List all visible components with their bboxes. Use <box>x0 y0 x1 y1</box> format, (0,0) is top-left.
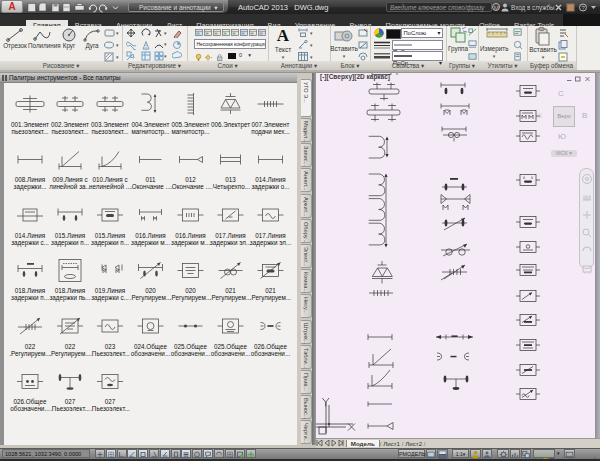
svg-text:.Пьезоэлект...: .Пьезоэлект... <box>90 405 130 412</box>
svg-text:004.Элемент: 004.Элемент <box>132 121 170 128</box>
svg-text:задержки пь...: задержки пь... <box>49 294 90 302</box>
svg-text:подачи мех...: подачи мех... <box>251 128 290 136</box>
svg-text:задержки м...: задержки м... <box>171 239 210 247</box>
svg-text:020: 020 <box>145 287 156 294</box>
svg-text:016.Линия: 016.Линия <box>175 232 205 239</box>
svg-text:.Окончание ...: .Окончание ... <box>130 183 171 190</box>
svg-text:пьезоэлект...: пьезоэлект... <box>52 128 89 135</box>
svg-text:линейной за...: линейной за... <box>49 183 91 190</box>
svg-text:задержки о...: задержки о... <box>251 183 289 191</box>
svg-text:задержки п...: задержки п... <box>11 294 49 302</box>
svg-text:008.Линия: 008.Линия <box>15 176 45 183</box>
svg-text:обозначени...: обозначени... <box>171 350 211 357</box>
svg-text:магнитостр...: магнитостр... <box>171 128 209 136</box>
svg-text:019.Линия: 019.Линия <box>95 287 125 294</box>
svg-text:022: 022 <box>25 343 36 350</box>
svg-text:.Регулируем...: .Регулируем... <box>250 294 292 302</box>
svg-text:021: 021 <box>265 287 276 294</box>
svg-text:009.Линия с: 009.Линия с <box>52 176 87 183</box>
svg-text:021: 021 <box>225 287 236 294</box>
svg-text:задержки эл...: задержки эл... <box>250 239 292 247</box>
svg-text:.Регулируем...: .Регулируем... <box>9 350 51 358</box>
svg-text:.Пьезоэлект...: .Пьезоэлект... <box>50 405 90 412</box>
svg-text:обозначени...: обозначени... <box>131 350 171 357</box>
svg-text:013: 013 <box>225 176 236 183</box>
svg-text:Вход в службы: Вход в службы <box>511 4 555 12</box>
svg-text:010.Линия с: 010.Линия с <box>92 176 127 183</box>
svg-text:006.Электрет: 006.Электрет <box>211 121 250 129</box>
svg-text:016.Линия: 016.Линия <box>135 232 165 239</box>
svg-text:.Регулируем...: .Регулируем... <box>170 294 212 302</box>
svg-text:.Регулируем...: .Регулируем... <box>210 294 252 302</box>
svg-text:обозначени...: обозначени... <box>10 405 50 412</box>
svg-text:задержки м...: задержки м... <box>131 239 170 247</box>
svg-text:003.Элемент: 003.Элемент <box>91 121 129 128</box>
svg-text:задержки п...: задержки п... <box>51 239 89 247</box>
svg-text:задержки с...: задержки с... <box>91 294 129 302</box>
svg-text:магнитостр...: магнитостр... <box>131 128 169 136</box>
svg-text:005.Элемент: 005.Элемент <box>172 121 210 128</box>
svg-text:012: 012 <box>185 176 196 183</box>
svg-text:обозначени...: обозначени... <box>251 350 291 357</box>
svg-text:022: 022 <box>65 343 76 350</box>
svg-text:017.Линия: 017.Линия <box>255 232 285 239</box>
svg-text:.Окончание ...: .Окончание ... <box>170 183 211 190</box>
svg-text:018.Линия: 018.Линия <box>55 287 85 294</box>
svg-text:017.Линия: 017.Линия <box>215 232 245 239</box>
svg-text:.Пьезоэлект...: .Пьезоэлект... <box>90 350 130 357</box>
svg-text:M: M <box>494 5 499 11</box>
svg-text:027: 027 <box>65 398 76 405</box>
svg-text:015.Линия: 015.Линия <box>55 232 85 239</box>
svg-text:007.Элемент: 007.Элемент <box>252 121 290 128</box>
svg-text:пьезоэлект...: пьезоэлект... <box>12 128 49 135</box>
svg-text:пьезоэлект...: пьезоэлект... <box>92 128 129 135</box>
svg-text:011: 011 <box>145 176 156 183</box>
svg-text:.Четырехпо...: .Четырехпо... <box>211 183 250 191</box>
svg-text:задержки...: задержки... <box>14 183 47 191</box>
svg-text:задержки п...: задержки п... <box>91 239 129 247</box>
svg-text:задержки эл...: задержки эл... <box>210 239 252 247</box>
svg-text:.Регулируем...: .Регулируем... <box>49 350 91 358</box>
svg-text:задержки с...: задержки с... <box>11 239 49 247</box>
svg-text:020: 020 <box>185 287 196 294</box>
svg-text:обозначени...: обозначени... <box>211 350 251 357</box>
svg-text:015.Линия: 015.Линия <box>95 232 125 239</box>
svg-text:014.Линия: 014.Линия <box>15 232 45 239</box>
svg-text:023: 023 <box>105 343 116 350</box>
svg-text:014.Линия: 014.Линия <box>255 176 285 183</box>
svg-text:001.Элемент: 001.Элемент <box>11 121 49 128</box>
svg-text:002.Элемент: 002.Элемент <box>51 121 89 128</box>
svg-text:нелинейной ...: нелинейной ... <box>89 183 131 190</box>
svg-text:027: 027 <box>105 398 116 405</box>
svg-text:018.Линия: 018.Линия <box>15 287 45 294</box>
svg-text:.Регулируем...: .Регулируем... <box>130 294 172 302</box>
